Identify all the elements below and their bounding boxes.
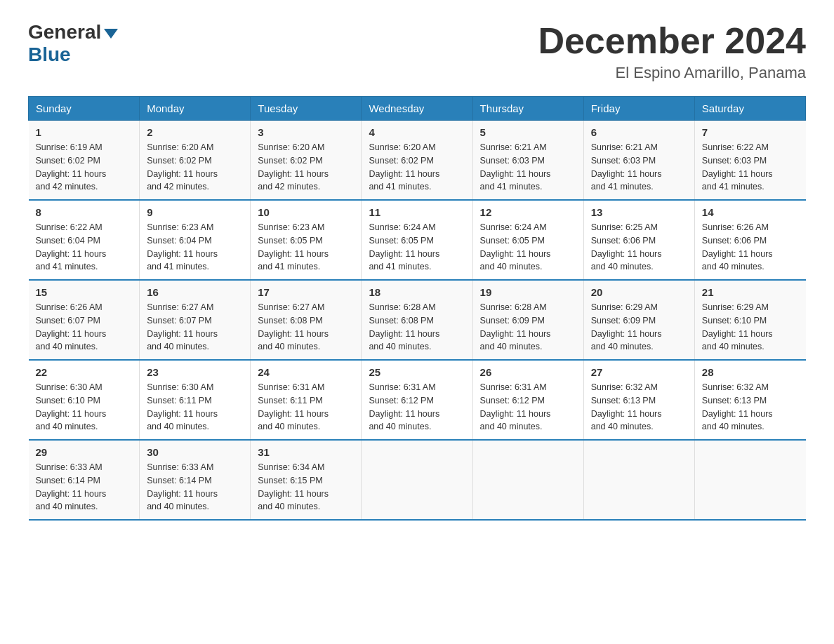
day-number: 24 (258, 366, 354, 378)
calendar-cell: 14Sunrise: 6:26 AMSunset: 6:06 PMDayligh… (694, 200, 805, 280)
day-number: 29 (36, 446, 133, 458)
day-number: 16 (147, 286, 243, 298)
day-number: 14 (702, 206, 799, 218)
calendar-cell (583, 440, 694, 520)
day-number: 8 (36, 206, 133, 218)
calendar-cell: 22Sunrise: 6:30 AMSunset: 6:10 PMDayligh… (29, 360, 140, 440)
day-number: 28 (702, 366, 799, 378)
calendar-cell: 30Sunrise: 6:33 AMSunset: 6:14 PMDayligh… (140, 440, 251, 520)
day-number: 25 (369, 366, 465, 378)
day-info: Sunrise: 6:30 AMSunset: 6:11 PMDaylight:… (147, 381, 243, 434)
logo-general: General (28, 21, 118, 43)
day-number: 5 (480, 126, 576, 138)
day-number: 10 (258, 206, 354, 218)
day-number: 12 (480, 206, 576, 218)
month-year-title: December 2024 (538, 21, 806, 61)
day-info: Sunrise: 6:23 AMSunset: 6:04 PMDaylight:… (147, 221, 243, 274)
day-number: 17 (258, 286, 354, 298)
day-number: 31 (258, 446, 354, 458)
day-info: Sunrise: 6:29 AMSunset: 6:09 PMDaylight:… (591, 301, 687, 354)
weekday-header-tuesday: Tuesday (251, 97, 362, 121)
location-subtitle: El Espino Amarillo, Panama (538, 64, 806, 82)
calendar-cell: 2Sunrise: 6:20 AMSunset: 6:02 PMDaylight… (140, 121, 251, 201)
day-number: 1 (36, 126, 133, 138)
logo-blue-text: Blue (28, 43, 71, 66)
day-info: Sunrise: 6:20 AMSunset: 6:02 PMDaylight:… (147, 141, 243, 194)
calendar-cell: 28Sunrise: 6:32 AMSunset: 6:13 PMDayligh… (694, 360, 805, 440)
calendar-cell: 16Sunrise: 6:27 AMSunset: 6:07 PMDayligh… (140, 280, 251, 360)
calendar-cell: 15Sunrise: 6:26 AMSunset: 6:07 PMDayligh… (29, 280, 140, 360)
calendar-table: SundayMondayTuesdayWednesdayThursdayFrid… (28, 96, 806, 521)
calendar-cell (472, 440, 583, 520)
calendar-cell: 17Sunrise: 6:27 AMSunset: 6:08 PMDayligh… (251, 280, 362, 360)
calendar-cell (694, 440, 805, 520)
day-info: Sunrise: 6:34 AMSunset: 6:15 PMDaylight:… (258, 461, 354, 514)
logo: General Blue (28, 21, 118, 66)
day-number: 18 (369, 286, 465, 298)
day-info: Sunrise: 6:23 AMSunset: 6:05 PMDaylight:… (258, 221, 354, 274)
day-info: Sunrise: 6:28 AMSunset: 6:09 PMDaylight:… (480, 301, 576, 354)
calendar-cell: 9Sunrise: 6:23 AMSunset: 6:04 PMDaylight… (140, 200, 251, 280)
day-info: Sunrise: 6:26 AMSunset: 6:07 PMDaylight:… (36, 301, 133, 354)
calendar-week-row: 1Sunrise: 6:19 AMSunset: 6:02 PMDaylight… (29, 121, 806, 201)
calendar-cell: 8Sunrise: 6:22 AMSunset: 6:04 PMDaylight… (29, 200, 140, 280)
day-info: Sunrise: 6:22 AMSunset: 6:04 PMDaylight:… (36, 221, 133, 274)
calendar-cell: 4Sunrise: 6:20 AMSunset: 6:02 PMDaylight… (362, 121, 472, 201)
day-number: 21 (702, 286, 799, 298)
day-number: 26 (480, 366, 576, 378)
weekday-header-saturday: Saturday (694, 97, 805, 121)
day-info: Sunrise: 6:25 AMSunset: 6:06 PMDaylight:… (591, 221, 687, 274)
day-info: Sunrise: 6:24 AMSunset: 6:05 PMDaylight:… (480, 221, 576, 274)
calendar-cell: 7Sunrise: 6:22 AMSunset: 6:03 PMDaylight… (694, 121, 805, 201)
day-number: 7 (702, 126, 799, 138)
calendar-cell: 27Sunrise: 6:32 AMSunset: 6:13 PMDayligh… (583, 360, 694, 440)
day-info: Sunrise: 6:30 AMSunset: 6:10 PMDaylight:… (36, 381, 133, 434)
calendar-cell: 20Sunrise: 6:29 AMSunset: 6:09 PMDayligh… (583, 280, 694, 360)
day-info: Sunrise: 6:27 AMSunset: 6:07 PMDaylight:… (147, 301, 243, 354)
day-info: Sunrise: 6:24 AMSunset: 6:05 PMDaylight:… (369, 221, 465, 274)
calendar-week-row: 22Sunrise: 6:30 AMSunset: 6:10 PMDayligh… (29, 360, 806, 440)
day-number: 4 (369, 126, 465, 138)
day-info: Sunrise: 6:20 AMSunset: 6:02 PMDaylight:… (369, 141, 465, 194)
calendar-cell: 18Sunrise: 6:28 AMSunset: 6:08 PMDayligh… (362, 280, 472, 360)
day-info: Sunrise: 6:32 AMSunset: 6:13 PMDaylight:… (702, 381, 799, 434)
day-info: Sunrise: 6:33 AMSunset: 6:14 PMDaylight:… (147, 461, 243, 514)
day-info: Sunrise: 6:20 AMSunset: 6:02 PMDaylight:… (258, 141, 354, 194)
calendar-cell: 13Sunrise: 6:25 AMSunset: 6:06 PMDayligh… (583, 200, 694, 280)
logo-arrow-icon (104, 29, 118, 39)
calendar-cell: 19Sunrise: 6:28 AMSunset: 6:09 PMDayligh… (472, 280, 583, 360)
title-section: December 2024 El Espino Amarillo, Panama (538, 21, 806, 82)
day-info: Sunrise: 6:33 AMSunset: 6:14 PMDaylight:… (36, 461, 133, 514)
weekday-header-thursday: Thursday (472, 97, 583, 121)
day-info: Sunrise: 6:19 AMSunset: 6:02 PMDaylight:… (36, 141, 133, 194)
day-number: 20 (591, 286, 687, 298)
calendar-cell: 25Sunrise: 6:31 AMSunset: 6:12 PMDayligh… (362, 360, 472, 440)
day-number: 22 (36, 366, 133, 378)
day-info: Sunrise: 6:29 AMSunset: 6:10 PMDaylight:… (702, 301, 799, 354)
day-info: Sunrise: 6:27 AMSunset: 6:08 PMDaylight:… (258, 301, 354, 354)
day-number: 9 (147, 206, 243, 218)
day-info: Sunrise: 6:21 AMSunset: 6:03 PMDaylight:… (591, 141, 687, 194)
calendar-cell: 29Sunrise: 6:33 AMSunset: 6:14 PMDayligh… (29, 440, 140, 520)
weekday-header-friday: Friday (583, 97, 694, 121)
logo-general-text: General (28, 21, 101, 43)
day-number: 30 (147, 446, 243, 458)
calendar-cell: 24Sunrise: 6:31 AMSunset: 6:11 PMDayligh… (251, 360, 362, 440)
calendar-week-row: 8Sunrise: 6:22 AMSunset: 6:04 PMDaylight… (29, 200, 806, 280)
calendar-cell: 26Sunrise: 6:31 AMSunset: 6:12 PMDayligh… (472, 360, 583, 440)
day-info: Sunrise: 6:31 AMSunset: 6:11 PMDaylight:… (258, 381, 354, 434)
day-number: 11 (369, 206, 465, 218)
day-info: Sunrise: 6:32 AMSunset: 6:13 PMDaylight:… (591, 381, 687, 434)
calendar-cell: 10Sunrise: 6:23 AMSunset: 6:05 PMDayligh… (251, 200, 362, 280)
day-number: 23 (147, 366, 243, 378)
calendar-cell: 1Sunrise: 6:19 AMSunset: 6:02 PMDaylight… (29, 121, 140, 201)
calendar-cell: 5Sunrise: 6:21 AMSunset: 6:03 PMDaylight… (472, 121, 583, 201)
day-number: 6 (591, 126, 687, 138)
calendar-cell (362, 440, 472, 520)
day-info: Sunrise: 6:26 AMSunset: 6:06 PMDaylight:… (702, 221, 799, 274)
calendar-cell: 6Sunrise: 6:21 AMSunset: 6:03 PMDaylight… (583, 121, 694, 201)
weekday-header-sunday: Sunday (29, 97, 140, 121)
day-number: 13 (591, 206, 687, 218)
day-info: Sunrise: 6:28 AMSunset: 6:08 PMDaylight:… (369, 301, 465, 354)
day-info: Sunrise: 6:31 AMSunset: 6:12 PMDaylight:… (480, 381, 576, 434)
